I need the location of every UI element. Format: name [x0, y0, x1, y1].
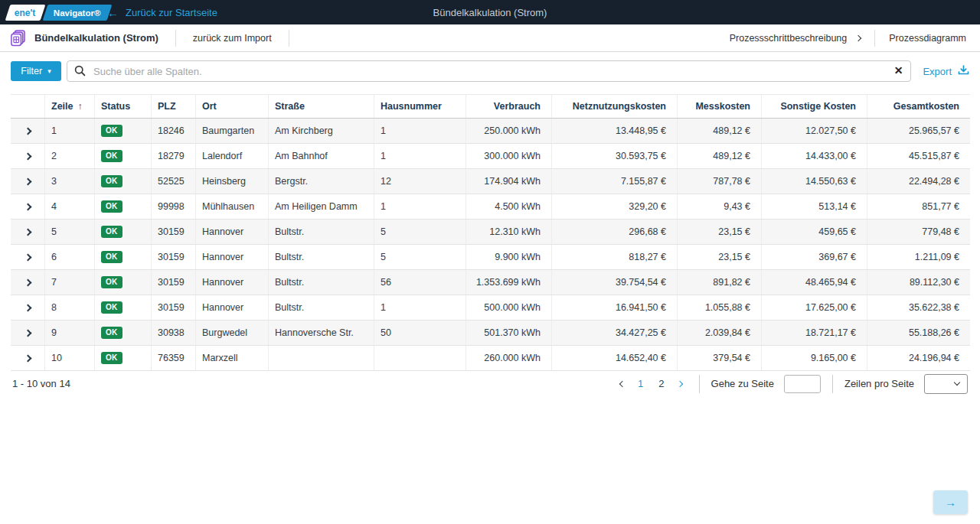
- column-label: Sonstige Kosten: [780, 101, 856, 112]
- filter-bar: Filter ▾ ✕ Export: [0, 52, 980, 90]
- back-to-home-link[interactable]: ← Zurück zur Startseite: [107, 7, 217, 18]
- cell-plz: 30159: [152, 245, 196, 269]
- chevron-right-icon: [24, 152, 31, 160]
- stacked-documents-icon: [9, 29, 27, 47]
- search-input[interactable]: [67, 60, 911, 82]
- chevron-right-icon: [24, 127, 31, 135]
- process-step-description-link[interactable]: Prozessschrittbeschreibung: [716, 33, 875, 44]
- cell-netznutzungskosten: 7.155,87 €: [552, 169, 678, 194]
- cell-netznutzungskosten: 296,68 €: [552, 220, 678, 244]
- back-to-import-link[interactable]: zurück zum Import: [176, 33, 289, 44]
- row-expand-button[interactable]: [11, 194, 45, 219]
- chevron-down-icon: [954, 379, 960, 386]
- top-app-bar: ene't Navigator® ← Zurück zur Startseite…: [0, 0, 980, 24]
- column-header-plz[interactable]: PLZ: [152, 95, 196, 118]
- table-row: 2OK18279LalendorfAm Bahnhof1300.000 kWh3…: [11, 144, 970, 169]
- row-expand-button[interactable]: [11, 270, 45, 295]
- column-label: PLZ: [158, 101, 176, 112]
- table-row: 7OK30159HannoverBultstr.561.353.699 kWh3…: [11, 270, 970, 295]
- row-expand-button[interactable]: [11, 220, 45, 244]
- cell-messkosten: 9,43 €: [678, 194, 762, 219]
- goto-page-input[interactable]: [784, 375, 821, 393]
- status-cell: OK: [95, 270, 152, 295]
- cell-plz: 52525: [152, 169, 196, 194]
- column-header-hausnummer[interactable]: Hausnummer: [374, 95, 466, 118]
- export-button[interactable]: Export: [923, 65, 969, 78]
- cell-strasse: Bultstr.: [269, 270, 374, 295]
- column-header-strasse[interactable]: Straße: [269, 95, 374, 118]
- cell-ort: Mühlhausen: [196, 194, 269, 219]
- column-header-netznutzungskosten[interactable]: Netznutzungskosten: [552, 95, 678, 118]
- enet-navigator-logo[interactable]: ene't Navigator®: [8, 5, 109, 21]
- cell-hausnummer: 1: [374, 194, 466, 219]
- process-diagram-label: Prozessdiagramm: [889, 33, 966, 44]
- rows-per-page-label: Zeilen pro Seite: [844, 378, 914, 389]
- table-row: 9OK30938BurgwedelHannoversche Str.50501.…: [11, 321, 970, 346]
- cell-zeile: 8: [45, 295, 95, 320]
- cell-hausnummer: 1: [374, 119, 466, 143]
- filter-button[interactable]: Filter ▾: [11, 61, 61, 81]
- cell-plz: 30938: [152, 321, 196, 345]
- table-row: 3OK52525HeinsbergBergstr.12174.904 kWh7.…: [11, 169, 970, 194]
- column-label: Verbrauch: [494, 101, 541, 112]
- cell-gesamtkosten: 22.494,28 €: [867, 169, 970, 194]
- logo-brand: ene't: [5, 5, 45, 21]
- row-expand-button[interactable]: [11, 144, 45, 168]
- column-header-verbrauch[interactable]: Verbrauch: [466, 95, 552, 118]
- cell-zeile: 9: [45, 321, 95, 345]
- cell-gesamtkosten: 851,77 €: [867, 194, 970, 219]
- column-header-ort[interactable]: Ort: [196, 95, 269, 118]
- column-label: Ort: [202, 101, 217, 112]
- cell-hausnummer: 50: [374, 321, 466, 345]
- column-header-expand: [11, 95, 45, 118]
- cell-messkosten: 489,12 €: [678, 119, 762, 143]
- chevron-right-icon: [676, 380, 682, 386]
- previous-page-button[interactable]: [615, 380, 630, 388]
- cell-strasse: Hannoversche Str.: [269, 321, 374, 345]
- cell-verbrauch: 12.310 kWh: [466, 220, 552, 244]
- cell-verbrauch: 501.370 kWh: [466, 321, 552, 345]
- cell-sonstige_kosten: 18.721,17 €: [762, 321, 867, 345]
- chevron-right-icon: [24, 354, 31, 362]
- cell-verbrauch: 1.353.699 kWh: [466, 270, 552, 295]
- chevron-right-icon: [24, 329, 31, 337]
- column-header-messkosten[interactable]: Messkosten: [678, 95, 762, 118]
- cell-strasse: Bultstr.: [269, 295, 374, 320]
- column-header-status[interactable]: Status: [95, 95, 152, 118]
- back-to-home-label: Zurück zur Startseite: [126, 7, 217, 18]
- clear-search-icon[interactable]: ✕: [894, 64, 903, 76]
- cell-ort: Burgwedel: [196, 321, 269, 345]
- row-expand-button[interactable]: [11, 119, 45, 143]
- chevron-right-icon: [24, 228, 31, 236]
- cell-hausnummer: 1: [374, 144, 466, 168]
- page-button-1[interactable]: 1: [638, 378, 643, 389]
- status-badge: OK: [101, 352, 122, 364]
- next-step-fab[interactable]: →: [933, 490, 968, 514]
- row-expand-button[interactable]: [11, 169, 45, 194]
- cell-verbrauch: 9.900 kWh: [466, 245, 552, 269]
- cell-gesamtkosten: 779,48 €: [867, 220, 970, 244]
- row-expand-button[interactable]: [11, 295, 45, 320]
- export-label: Export: [923, 66, 952, 77]
- row-expand-button[interactable]: [11, 245, 45, 269]
- column-header-zeile[interactable]: Zeile↑: [45, 95, 95, 118]
- rows-per-page-select[interactable]: [924, 374, 968, 394]
- toolbar-divider: [289, 30, 289, 47]
- table-row: 6OK30159HannoverBultstr.59.900 kWh818,27…: [11, 245, 970, 270]
- process-diagram-link[interactable]: Prozessdiagramm: [875, 33, 980, 44]
- cell-netznutzungskosten: 329,20 €: [552, 194, 678, 219]
- column-label: Status: [101, 101, 130, 112]
- status-cell: OK: [95, 321, 152, 345]
- next-page-button[interactable]: [672, 380, 688, 388]
- page-button-2[interactable]: 2: [658, 378, 664, 389]
- table-row: 1OK18246BaumgartenAm Kirchberg1250.000 k…: [11, 119, 970, 144]
- cell-gesamtkosten: 89.112,30 €: [867, 270, 970, 295]
- row-expand-button[interactable]: [11, 321, 45, 345]
- column-header-gesamtkosten[interactable]: Gesamtkosten: [867, 95, 970, 118]
- status-cell: OK: [95, 220, 152, 244]
- row-expand-button[interactable]: [11, 346, 45, 370]
- cell-netznutzungskosten: 30.593,75 €: [552, 144, 678, 168]
- cell-verbrauch: 250.000 kWh: [466, 119, 552, 143]
- column-header-sonstige_kosten[interactable]: Sonstige Kosten: [762, 95, 867, 118]
- cell-verbrauch: 500.000 kWh: [466, 295, 552, 320]
